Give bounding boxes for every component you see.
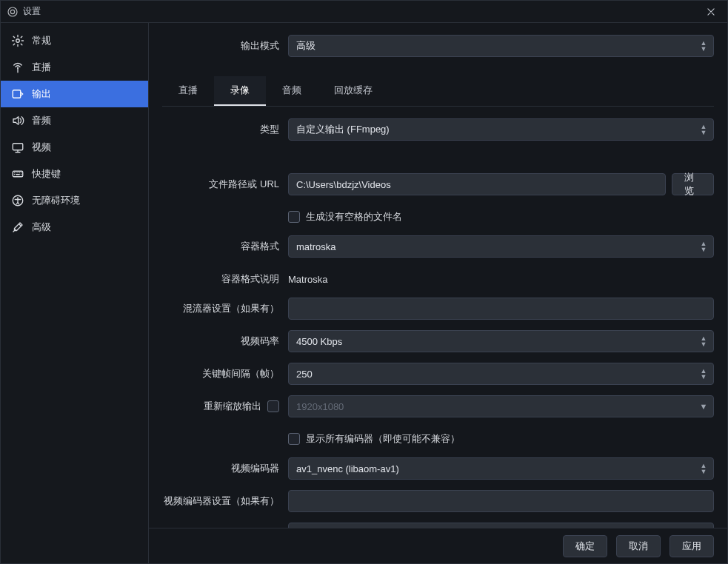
dropdown-arrows-icon: ▲▼ bbox=[697, 37, 710, 55]
muxer-settings-label: 混流器设置（如果有） bbox=[162, 302, 288, 315]
audio-bitrate-input[interactable]: 160 Kbps ▲▼ bbox=[288, 523, 714, 528]
sidebar-item-label: 常规 bbox=[32, 34, 51, 47]
svg-rect-5 bbox=[13, 144, 23, 150]
rescale-resolution-select[interactable]: 1920x1080 ▲▼ bbox=[288, 395, 714, 417]
sidebar-item-hotkeys[interactable]: 快捷键 bbox=[1, 161, 148, 187]
svg-point-8 bbox=[17, 198, 19, 199]
sidebar: 常规 直播 输出 音频 视频 快捷键 bbox=[1, 23, 149, 563]
sidebar-item-label: 直播 bbox=[32, 61, 51, 74]
keyframe-interval-label: 关键帧间隔（帧） bbox=[162, 367, 288, 380]
antenna-icon bbox=[11, 61, 24, 74]
dialog-footer: 确定 取消 应用 bbox=[149, 528, 727, 563]
video-bitrate-label: 视频码率 bbox=[162, 335, 288, 348]
spinner-arrows-icon: ▲▼ bbox=[697, 525, 710, 528]
svg-rect-4 bbox=[13, 90, 21, 98]
ok-button[interactable]: 确定 bbox=[563, 535, 607, 557]
video-bitrate-input[interactable]: 4500 Kbps ▲▼ bbox=[288, 330, 714, 352]
settings-window: 设置 常规 直播 输出 音频 bbox=[0, 0, 728, 564]
svg-rect-6 bbox=[13, 171, 23, 177]
show-all-encoders-checkbox[interactable]: 显示所有编码器（即使可能不兼容） bbox=[288, 432, 460, 446]
recording-type-select[interactable]: 自定义输出 (FFmpeg) ▲▼ bbox=[288, 118, 714, 141]
muxer-settings-input[interactable] bbox=[288, 298, 714, 320]
spinner-arrows-icon: ▲▼ bbox=[697, 332, 710, 350]
sidebar-item-label: 视频 bbox=[32, 141, 51, 154]
sidebar-item-video[interactable]: 视频 bbox=[1, 134, 148, 161]
tools-icon bbox=[11, 221, 24, 234]
titlebar: 设置 bbox=[1, 1, 727, 23]
file-path-label: 文件路径或 URL bbox=[162, 178, 288, 191]
spinner-arrows-icon: ▲▼ bbox=[697, 365, 710, 383]
gear-icon bbox=[11, 34, 24, 47]
sidebar-item-general[interactable]: 常规 bbox=[1, 27, 148, 54]
type-label: 类型 bbox=[162, 123, 288, 136]
svg-point-0 bbox=[8, 7, 17, 16]
sidebar-item-advanced[interactable]: 高级 bbox=[1, 214, 148, 241]
dropdown-arrows-icon: ▲▼ bbox=[697, 460, 710, 477]
svg-point-2 bbox=[16, 39, 20, 43]
output-tabs: 直播 录像 音频 回放缓存 bbox=[162, 76, 714, 107]
apply-button[interactable]: 应用 bbox=[669, 535, 714, 557]
main-panel: 输出模式 高级 ▲▼ 直播 录像 音频 回放缓存 bbox=[149, 23, 727, 563]
cancel-button[interactable]: 取消 bbox=[616, 535, 661, 557]
container-format-label: 容器格式 bbox=[162, 240, 288, 253]
file-path-input[interactable]: C:\Users\bdzjz\Videos bbox=[288, 173, 666, 195]
no-space-filename-checkbox[interactable]: 生成没有空格的文件名 bbox=[288, 210, 402, 224]
monitor-icon bbox=[11, 141, 24, 154]
sidebar-item-label: 音频 bbox=[32, 114, 51, 127]
dropdown-arrows-icon: ▲▼ bbox=[697, 238, 710, 255]
keyboard-icon bbox=[11, 167, 24, 181]
output-mode-select[interactable]: 高级 ▲▼ bbox=[288, 35, 714, 57]
close-button[interactable] bbox=[701, 1, 721, 22]
sidebar-item-label: 无障碍环境 bbox=[32, 194, 80, 207]
video-encoder-settings-label: 视频编码器设置（如果有） bbox=[162, 494, 288, 508]
sidebar-item-label: 快捷键 bbox=[32, 167, 61, 181]
tab-recording[interactable]: 录像 bbox=[214, 76, 266, 106]
checkbox-icon bbox=[288, 433, 300, 445]
tab-audio[interactable]: 音频 bbox=[266, 76, 318, 106]
video-encoder-label: 视频编码器 bbox=[162, 462, 288, 475]
accessibility-icon bbox=[11, 194, 24, 207]
video-encoder-settings-input[interactable] bbox=[288, 490, 714, 512]
keyframe-interval-input[interactable]: 250 ▲▼ bbox=[288, 363, 714, 385]
sidebar-item-label: 高级 bbox=[32, 221, 51, 234]
sidebar-item-stream[interactable]: 直播 bbox=[1, 54, 148, 81]
browse-button[interactable]: 浏览 bbox=[672, 173, 714, 195]
tab-replay-buffer[interactable]: 回放缓存 bbox=[318, 76, 389, 106]
rescale-label: 重新缩放输出 bbox=[204, 400, 261, 413]
video-encoder-select[interactable]: av1_nvenc (libaom-av1) ▲▼ bbox=[288, 457, 714, 480]
speaker-icon bbox=[11, 114, 24, 127]
sidebar-item-output[interactable]: 输出 bbox=[1, 81, 148, 107]
rescale-output-checkbox[interactable] bbox=[267, 400, 279, 412]
checkbox-icon bbox=[288, 211, 300, 223]
dropdown-arrows-icon: ▲▼ bbox=[697, 121, 710, 138]
window-title: 设置 bbox=[23, 5, 41, 18]
container-desc-value: Matroska bbox=[288, 274, 327, 285]
container-desc-label: 容器格式说明 bbox=[162, 272, 288, 286]
chevron-down-icon: ▲▼ bbox=[697, 397, 710, 415]
app-icon bbox=[7, 6, 19, 18]
output-mode-label: 输出模式 bbox=[162, 39, 288, 53]
output-icon bbox=[11, 87, 24, 101]
tab-stream[interactable]: 直播 bbox=[162, 76, 214, 106]
svg-point-1 bbox=[10, 10, 14, 13]
sidebar-item-label: 输出 bbox=[32, 87, 51, 101]
sidebar-item-audio[interactable]: 音频 bbox=[1, 107, 148, 134]
sidebar-item-accessibility[interactable]: 无障碍环境 bbox=[1, 187, 148, 214]
container-format-select[interactable]: matroska ▲▼ bbox=[288, 235, 714, 258]
